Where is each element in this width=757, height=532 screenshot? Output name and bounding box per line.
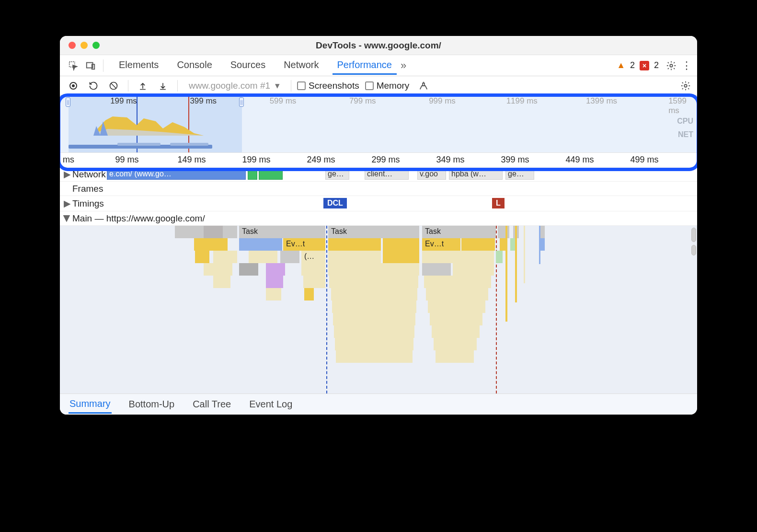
tab-console[interactable]: Console	[172, 57, 217, 75]
settings-gear-icon[interactable]	[664, 60, 679, 71]
devtools-tabbar: Elements Console Sources Network Perform…	[60, 55, 697, 76]
network-entry[interactable]: ge…	[505, 168, 534, 180]
network-entry[interactable]: ge…	[325, 168, 349, 180]
error-icon[interactable]: ×	[640, 61, 649, 70]
main-track-header[interactable]: ▶Main — https://www.google.com/	[60, 211, 697, 226]
frames-track[interactable]: Frames	[60, 182, 697, 196]
device-toolbar-icon[interactable]	[82, 57, 99, 74]
warning-icon[interactable]: ▲	[617, 60, 625, 70]
warning-count: 2	[630, 60, 635, 70]
details-tabs: Summary Bottom-Up Call Tree Event Log	[60, 393, 697, 415]
recording-select[interactable]: www.google.com #1 ▾	[184, 80, 285, 92]
clear-icon[interactable]	[105, 77, 122, 94]
screenshots-checkbox[interactable]: Screenshots	[297, 81, 359, 91]
tab-elements[interactable]: Elements	[114, 57, 163, 75]
timings-track[interactable]: ▶Timings DCL L	[60, 196, 697, 211]
flame-scrollbar[interactable]	[691, 245, 696, 255]
dcl-badge[interactable]: DCL	[323, 198, 347, 208]
save-profile-icon[interactable]	[154, 77, 172, 94]
cpu-label: CPU	[677, 115, 693, 128]
svg-point-7	[684, 84, 687, 87]
network-entry[interactable]: hpba (w…	[449, 168, 503, 180]
chevron-down-icon: ▾	[275, 80, 280, 91]
inspect-icon[interactable]	[65, 57, 82, 74]
performance-toolbar: www.google.com #1 ▾ Screenshots Memory	[60, 76, 697, 95]
error-count: 2	[654, 60, 659, 70]
tab-performance[interactable]: Performance	[333, 57, 397, 75]
detail-ruler[interactable]: ms 99 ms 149 ms 199 ms 249 ms 299 ms 349…	[60, 153, 697, 167]
network-track[interactable]: ▶Network e.com/ (www.go…ge…client…v.gooh…	[60, 167, 697, 182]
network-entry[interactable]: client…	[365, 168, 409, 180]
network-entry[interactable]: e.com/ (www.go…	[107, 168, 246, 180]
network-entry[interactable]: v.goo	[417, 168, 446, 180]
flame-scrollbar[interactable]	[691, 228, 696, 242]
load-badge[interactable]: L	[492, 198, 505, 208]
tracks: ▶Network e.com/ (www.go…ge…client…v.gooh…	[60, 167, 697, 393]
garbage-collect-icon[interactable]	[415, 77, 432, 94]
overview-handle-right[interactable]: ||	[239, 97, 244, 107]
kebab-menu-icon[interactable]: ⋮	[679, 59, 694, 72]
tab-bottom-up[interactable]: Bottom-Up	[128, 396, 176, 413]
main-flamegraph[interactable]: Task Task Task Ev…t Ev…t	[60, 226, 697, 393]
network-entry[interactable]	[259, 168, 283, 180]
reload-record-icon[interactable]	[85, 77, 102, 94]
tab-event-log[interactable]: Event Log	[248, 396, 293, 413]
svg-point-3	[670, 64, 673, 67]
cpu-overview-chart	[60, 112, 697, 136]
tab-network[interactable]: Network	[279, 57, 323, 75]
capture-settings-gear-icon[interactable]	[678, 81, 693, 91]
disclosure-icon[interactable]: ▶	[62, 215, 73, 222]
overview-handle-left[interactable]: ||	[66, 97, 70, 107]
record-icon[interactable]	[65, 77, 82, 94]
tab-summary[interactable]: Summary	[69, 395, 112, 414]
tab-sources[interactable]: Sources	[226, 57, 270, 75]
tab-call-tree[interactable]: Call Tree	[192, 396, 232, 413]
net-overview	[60, 145, 697, 150]
network-entry[interactable]	[248, 168, 257, 180]
load-profile-icon[interactable]	[134, 77, 151, 94]
svg-point-5	[72, 84, 75, 87]
more-tabs-icon[interactable]: »	[397, 59, 410, 72]
window-title: DevTools - www.google.com/	[60, 40, 697, 51]
timeline-overview[interactable]: 199 ms 399 ms 599 ms 799 ms 999 ms 1199 …	[60, 95, 697, 153]
net-label: NET	[677, 128, 693, 141]
memory-checkbox[interactable]: Memory	[365, 81, 410, 91]
titlebar: DevTools - www.google.com/	[60, 36, 697, 55]
devtools-window: DevTools - www.google.com/ Elements Cons…	[60, 36, 697, 415]
